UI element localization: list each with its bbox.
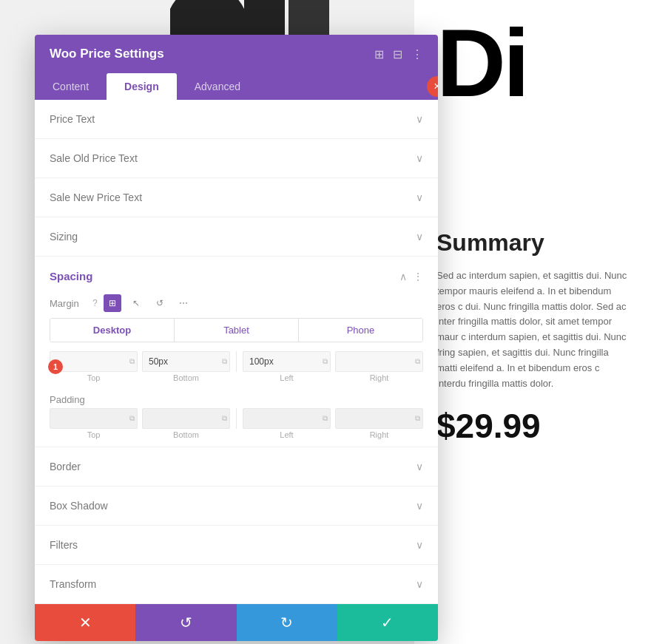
padding-col-divider	[236, 408, 237, 429]
margin-controls-row: Margin ? ⊞ ↖ ↺ ⋯	[35, 291, 438, 318]
padding-inputs-row: ⧉ ⧉ ⧉	[50, 408, 423, 429]
sale-new-price-header[interactable]: Sale New Price Text ∨	[35, 178, 438, 217]
filters-chevron: ∨	[416, 539, 423, 551]
padding-left-link-icon[interactable]: ⧉	[323, 414, 328, 423]
padding-label-row: Padding	[35, 390, 438, 408]
padding-bottom-label: Bottom	[142, 430, 230, 439]
margin-right-wrapper: ⧉	[335, 351, 423, 372]
margin-left-wrapper: ⧉	[243, 351, 331, 372]
padding-right-link-icon[interactable]: ⧉	[415, 414, 420, 423]
margin-left-label: Left	[243, 373, 331, 382]
modal-body: Price Text ∨ Sale Old Price Text ∨ Sale …	[35, 100, 438, 604]
box-shadow-chevron: ∨	[416, 500, 423, 512]
sale-new-price-section: Sale New Price Text ∨	[35, 178, 438, 217]
margin-link-btn[interactable]: ⊞	[104, 294, 121, 312]
margin-top-input[interactable]	[50, 351, 138, 372]
padding-top-label: Top	[50, 430, 138, 439]
woo-price-settings-modal: Woo Price Settings ⊞ ⊟ ⋮ Content Design …	[35, 35, 438, 641]
padding-left-input[interactable]	[243, 408, 331, 429]
padding-right-input[interactable]	[335, 408, 423, 429]
device-tab-phone[interactable]: Phone	[299, 319, 422, 342]
padding-bottom-input[interactable]	[142, 408, 230, 429]
modal-tabs-bar: Content Design Advanced ×	[35, 73, 438, 100]
footer-refresh-button[interactable]: ↻	[237, 604, 337, 641]
box-shadow-section: Box Shadow ∨	[35, 487, 438, 526]
sizing-section: Sizing ∨	[35, 217, 438, 257]
spacing-collapse-icon[interactable]: ∧	[399, 271, 407, 282]
page-big-text: Di	[436, 15, 629, 104]
sale-old-price-header[interactable]: Sale Old Price Text ∨	[35, 139, 438, 177]
border-label: Border	[50, 461, 81, 472]
padding-right-label: Right	[335, 430, 423, 439]
padding-left-labels: Top Bottom	[50, 430, 230, 439]
filters-header[interactable]: Filters ∨	[35, 526, 438, 564]
margin-right-labels: Left Right	[243, 373, 423, 382]
padding-inputs-wrapper: ⧉ ⧉ ⧉	[50, 408, 423, 439]
price-text-header[interactable]: Price Text ∨	[35, 100, 438, 138]
transform-header[interactable]: Transform ∨	[35, 565, 438, 603]
padding-top-wrapper: ⧉	[50, 408, 138, 429]
margin-bottom-input[interactable]	[142, 351, 230, 372]
margin-inputs-wrapper: 1 ⧉ ⧉	[50, 351, 423, 382]
modal-title: Woo Price Settings	[50, 47, 164, 61]
margin-left-link-icon[interactable]: ⧉	[323, 357, 328, 366]
margin-cursor-btn[interactable]: ↖	[127, 294, 145, 312]
split-icon[interactable]: ⊟	[393, 47, 402, 61]
number-badge: 1	[48, 359, 63, 374]
padding-right-col: ⧉ ⧉	[243, 408, 423, 429]
transform-chevron: ∨	[416, 578, 423, 590]
footer-save-button[interactable]: ✓	[337, 604, 438, 641]
modal-footer: ✕ ↺ ↻ ✓	[35, 604, 438, 641]
box-shadow-header[interactable]: Box Shadow ∨	[35, 487, 438, 525]
padding-left-label: Left	[243, 430, 331, 439]
device-tab-desktop[interactable]: Desktop	[50, 319, 175, 342]
margin-right-label: Right	[335, 373, 423, 382]
sale-old-price-chevron: ∨	[416, 152, 423, 164]
margin-col-divider	[236, 351, 237, 372]
margin-label: Margin	[50, 298, 87, 309]
margin-right-input[interactable]	[335, 351, 423, 372]
spacing-more-icon[interactable]: ⋮	[413, 271, 423, 282]
more-icon[interactable]: ⋮	[411, 47, 423, 61]
tab-design[interactable]: Design	[107, 73, 177, 100]
padding-bottom-link-icon[interactable]: ⧉	[222, 414, 227, 423]
padding-top-input[interactable]	[50, 408, 138, 429]
tab-content[interactable]: Content	[35, 73, 107, 100]
padding-left-col: ⧉ ⧉	[50, 408, 230, 429]
padding-right-labels: Left Right	[243, 430, 423, 439]
sizing-header[interactable]: Sizing ∨	[35, 217, 438, 256]
margin-reset-btn[interactable]: ↺	[151, 294, 169, 312]
padding-labels-row: Top Bottom Left Right	[50, 430, 423, 439]
maximize-icon[interactable]: ⊞	[374, 47, 384, 61]
label-divider	[236, 373, 237, 382]
summary-title: Summary	[436, 229, 629, 257]
margin-inputs-row: ⧉ ⧉ ⧉	[50, 351, 423, 372]
margin-dots-btn[interactable]: ⋯	[175, 294, 192, 312]
margin-top-link-icon[interactable]: ⧉	[129, 357, 135, 366]
margin-right-col: ⧉ ⧉	[243, 351, 423, 372]
margin-left-input[interactable]	[243, 351, 331, 372]
margin-right-link-icon[interactable]: ⧉	[415, 357, 420, 366]
footer-reset-button[interactable]: ↺	[135, 604, 236, 641]
modal-close-button[interactable]: ×	[427, 76, 438, 97]
device-tab-tablet[interactable]: Tablet	[175, 319, 299, 342]
price-text-chevron: ∨	[416, 113, 423, 125]
padding-left-wrapper: ⧉	[243, 408, 331, 429]
modal-header-icons: ⊞ ⊟ ⋮	[374, 47, 423, 61]
page-content-panel: Di Summary Sed ac interdum sapien, et sa…	[414, 0, 651, 644]
modal-header: Woo Price Settings ⊞ ⊟ ⋮	[35, 35, 438, 73]
sale-old-price-label: Sale Old Price Text	[50, 152, 138, 164]
sale-old-price-section: Sale Old Price Text ∨	[35, 139, 438, 178]
margin-top-wrapper: ⧉	[50, 351, 138, 372]
tab-advanced[interactable]: Advanced	[177, 73, 258, 100]
footer-cancel-button[interactable]: ✕	[35, 604, 135, 641]
transform-section: Transform ∨	[35, 565, 438, 604]
padding-top-link-icon[interactable]: ⧉	[129, 414, 135, 423]
padding-right-wrapper: ⧉	[335, 408, 423, 429]
margin-bottom-link-icon[interactable]: ⧉	[222, 357, 227, 366]
margin-help-icon[interactable]: ?	[92, 298, 98, 308]
spacing-title: Spacing	[50, 270, 92, 282]
summary-text: Sed ac interdum sapien, et sagittis dui.…	[436, 268, 629, 391]
border-header[interactable]: Border ∨	[35, 447, 438, 486]
price-text-label: Price Text	[50, 113, 95, 125]
